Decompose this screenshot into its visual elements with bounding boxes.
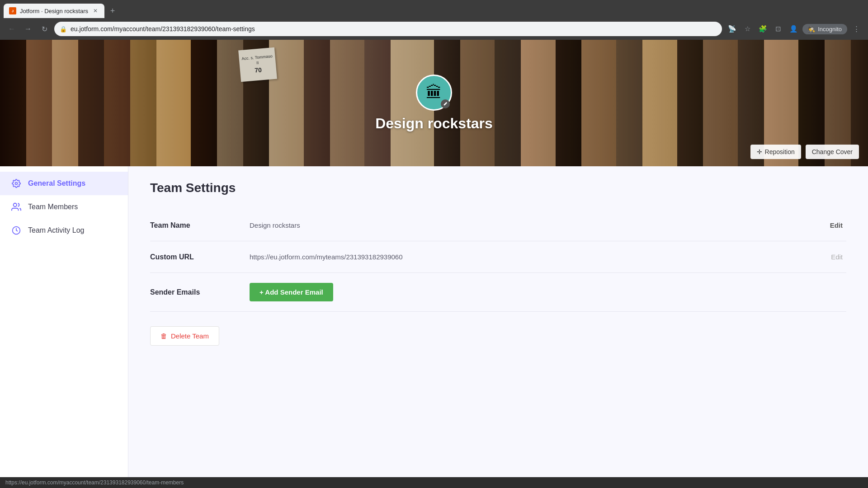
profile-icon[interactable]: 👤 [787, 23, 800, 35]
sender-emails-value: + Add Sender Email [250, 283, 846, 301]
reposition-label: Reposition [765, 148, 795, 155]
sidebar-item-general-settings[interactable]: General Settings [0, 172, 128, 195]
sidebar-item-team-members[interactable]: Team Members [0, 195, 128, 219]
cast-icon[interactable]: 📡 [726, 23, 738, 35]
new-tab-button[interactable]: + [106, 5, 119, 17]
content-area: General Settings Team Members [0, 166, 868, 488]
browser-chrome: J Jotform · Design rockstars ✕ + ← → ↻ 🔒… [0, 0, 868, 40]
custom-url-label: Custom URL [150, 253, 250, 261]
page-title: Team Settings [150, 181, 846, 195]
url-text: eu.jotform.com/myaccount/team/2313931829… [71, 25, 717, 33]
avatar-edit-button[interactable] [441, 99, 450, 108]
delete-team-label: Delete Team [171, 332, 209, 340]
cover-team-name: Design rockstars [375, 115, 493, 132]
sender-emails-row: Sender Emails + Add Sender Email [150, 273, 846, 312]
extensions-icon[interactable]: 🧩 [756, 23, 769, 35]
reposition-button[interactable]: ✛ Reposition [750, 145, 801, 159]
address-bar[interactable]: 🔒 eu.jotform.com/myaccount/team/23139318… [54, 22, 722, 36]
change-cover-label: Change Cover [812, 148, 853, 155]
tab-bar: J Jotform · Design rockstars ✕ + [0, 0, 868, 18]
sidebar-label-team-members: Team Members [28, 203, 78, 211]
svg-point-2 [15, 183, 18, 185]
custom-url-value: https://eu.jotform.com/myteams/231393182… [250, 253, 827, 261]
security-icon: 🔒 [60, 26, 67, 33]
change-cover-button[interactable]: Change Cover [806, 145, 859, 159]
custom-url-action: Edit [827, 251, 846, 263]
team-avatar-icon: 🏛 [426, 83, 442, 102]
sidebar: General Settings Team Members [0, 166, 128, 488]
incognito-label: Incognito [818, 26, 842, 33]
main-content: Team Settings Team Name Design rockstars… [128, 166, 868, 488]
delete-team-section: 🗑 Delete Team [150, 326, 846, 346]
team-name-edit-button[interactable]: Edit [826, 220, 846, 231]
bookmark-icon[interactable]: ☆ [741, 23, 754, 35]
team-name-label: Team Name [150, 221, 250, 230]
status-bar: https://eu.jotform.com/myaccount/team/23… [0, 477, 868, 488]
status-url: https://eu.jotform.com/myaccount/team/23… [5, 479, 184, 486]
browser-toolbar: ← → ↻ 🔒 eu.jotform.com/myaccount/team/23… [0, 18, 868, 40]
reposition-icon: ✛ [757, 148, 762, 155]
reload-button[interactable]: ↻ [38, 23, 51, 35]
toolbar-actions: 📡 ☆ 🧩 ⊡ 👤 🕵 Incognito ⋮ [726, 23, 863, 35]
sender-emails-label: Sender Emails [150, 288, 250, 296]
sidebar-label-team-activity-log: Team Activity Log [28, 226, 85, 235]
tab-close-button[interactable]: ✕ [92, 7, 99, 14]
forward-button[interactable]: → [22, 23, 34, 35]
custom-url-row: Custom URL https://eu.jotform.com/myteam… [150, 241, 846, 273]
tab-favicon: J [9, 7, 16, 14]
split-screen-icon[interactable]: ⊡ [772, 23, 784, 35]
svg-point-3 [14, 203, 17, 206]
back-button[interactable]: ← [5, 23, 18, 35]
svg-text:J: J [12, 9, 14, 13]
add-sender-email-button[interactable]: + Add Sender Email [250, 283, 333, 301]
tab-title: Jotform · Design rockstars [20, 8, 88, 14]
trash-icon: 🗑 [160, 332, 167, 340]
cover-actions: ✛ Reposition Change Cover [750, 145, 859, 159]
incognito-icon: 🕵 [808, 26, 815, 33]
incognito-button[interactable]: 🕵 Incognito [802, 24, 847, 34]
custom-url-edit-button[interactable]: Edit [827, 251, 846, 263]
team-avatar: 🏛 [416, 75, 452, 111]
team-name-row: Team Name Design rockstars Edit [150, 210, 846, 241]
team-name-action: Edit [826, 220, 846, 231]
team-name-value: Design rockstars [250, 221, 826, 229]
cover-section: Acc. s. Tommaso II 70 🏛 Design rockstars… [0, 40, 868, 166]
cover-content: 🏛 Design rockstars [0, 40, 868, 166]
gear-icon [11, 178, 22, 189]
sidebar-label-general-settings: General Settings [28, 179, 85, 188]
clock-icon [11, 225, 22, 236]
menu-icon[interactable]: ⋮ [850, 23, 863, 35]
active-tab[interactable]: J Jotform · Design rockstars ✕ [4, 4, 104, 18]
sidebar-item-team-activity-log[interactable]: Team Activity Log [0, 219, 128, 242]
people-icon [11, 202, 22, 212]
delete-team-button[interactable]: 🗑 Delete Team [150, 326, 219, 346]
page-container: Acc. s. Tommaso II 70 🏛 Design rockstars… [0, 40, 868, 488]
